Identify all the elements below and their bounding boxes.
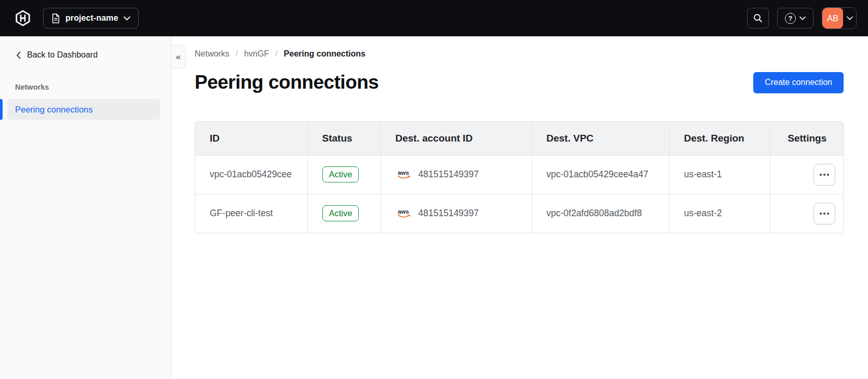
column-header-dest-region: Dest. Region bbox=[669, 122, 770, 155]
cell-id: GF-peer-cli-test bbox=[195, 194, 307, 233]
sidebar-collapse-button[interactable]: « bbox=[171, 45, 186, 69]
row-settings-button[interactable] bbox=[813, 203, 835, 224]
chevron-down-icon bbox=[124, 16, 130, 21]
active-indicator bbox=[0, 99, 3, 120]
aws-icon: aws bbox=[396, 169, 412, 180]
account-menu-button[interactable]: AB bbox=[822, 7, 857, 29]
project-switcher[interactable]: project-name bbox=[43, 8, 139, 29]
breadcrumb-separator: / bbox=[236, 49, 238, 59]
sidebar: Back to Dashboard Networks Peering conne… bbox=[0, 36, 171, 379]
cell-status: Active bbox=[307, 155, 381, 194]
breadcrumb-item-current: Peering connections bbox=[284, 49, 365, 59]
chevron-down-icon bbox=[799, 16, 806, 20]
column-header-settings: Settings bbox=[770, 122, 844, 155]
dest-account-id: 481515149397 bbox=[418, 169, 479, 180]
column-header-dest-vpc: Dest. VPC bbox=[532, 122, 669, 155]
svg-text:aws: aws bbox=[398, 208, 409, 215]
search-icon bbox=[753, 13, 763, 23]
create-connection-button[interactable]: Create connection bbox=[753, 72, 844, 93]
cell-dest-account: aws 481515149397 bbox=[381, 194, 532, 233]
back-to-dashboard-label: Back to Dashboard bbox=[27, 50, 98, 60]
cell-dest-vpc: vpc-01acb05429cee4a47 bbox=[532, 155, 669, 194]
cell-dest-vpc: vpc-0f2afd6808ad2bdf8 bbox=[532, 194, 669, 233]
cell-dest-region: us-east-1 bbox=[669, 155, 770, 194]
help-icon: ? bbox=[785, 13, 796, 24]
title-row: Peering connections Create connection bbox=[195, 72, 844, 93]
column-header-status: Status bbox=[307, 122, 381, 155]
column-header-id: ID bbox=[195, 122, 307, 155]
hashicorp-logo[interactable] bbox=[15, 9, 32, 27]
ellipsis-icon bbox=[820, 213, 822, 215]
table-body: vpc-01acb05429cee Active aws 48151514939… bbox=[195, 155, 844, 233]
cell-id: vpc-01acb05429cee bbox=[195, 155, 307, 194]
status-badge: Active bbox=[322, 166, 359, 183]
chevron-down-icon bbox=[843, 16, 856, 20]
project-switcher-label: project-name bbox=[65, 13, 118, 23]
document-icon bbox=[51, 13, 60, 23]
breadcrumb-item-hvn[interactable]: hvnGF bbox=[244, 49, 269, 59]
breadcrumb-separator: / bbox=[275, 49, 277, 59]
table-header-row: ID Status Dest. account ID Dest. VPC Des… bbox=[195, 122, 844, 155]
sidebar-section-networks: Networks bbox=[15, 83, 171, 91]
sidebar-item-peering-connections[interactable]: Peering connections bbox=[7, 99, 160, 120]
ellipsis-icon bbox=[820, 174, 822, 176]
cell-status: Active bbox=[307, 194, 381, 233]
peering-connections-table: ID Status Dest. account ID Dest. VPC Des… bbox=[195, 121, 844, 233]
breadcrumb: Networks / hvnGF / Peering connections bbox=[195, 36, 844, 59]
cell-dest-region: us-east-2 bbox=[669, 194, 770, 233]
column-header-dest-account-id: Dest. account ID bbox=[381, 122, 532, 155]
page-title: Peering connections bbox=[195, 72, 378, 93]
collapse-icon: « bbox=[176, 52, 181, 62]
search-button[interactable] bbox=[747, 8, 769, 29]
cell-settings bbox=[770, 194, 844, 233]
help-menu-button[interactable]: ? bbox=[777, 8, 813, 29]
app-window: project-name ? AB bbox=[0, 0, 868, 379]
sidebar-item-peering-connections-wrap: Peering connections bbox=[0, 99, 171, 120]
cell-settings bbox=[770, 155, 844, 194]
chevron-left-icon bbox=[16, 51, 21, 59]
dest-account-id: 481515149397 bbox=[418, 208, 479, 219]
back-to-dashboard-link[interactable]: Back to Dashboard bbox=[0, 36, 171, 60]
topbar: project-name ? AB bbox=[0, 0, 868, 36]
svg-text:aws: aws bbox=[398, 170, 409, 176]
main-canvas: Networks / hvnGF / Peering connections P… bbox=[171, 36, 868, 379]
row-settings-button[interactable] bbox=[813, 164, 835, 186]
avatar: AB bbox=[822, 8, 843, 29]
aws-icon: aws bbox=[396, 208, 412, 219]
main-area: Networks / hvnGF / Peering connections P… bbox=[171, 36, 868, 379]
breadcrumb-item-networks[interactable]: Networks bbox=[195, 49, 229, 59]
table-row: vpc-01acb05429cee Active aws 48151514939… bbox=[195, 155, 844, 194]
app-body: Back to Dashboard Networks Peering conne… bbox=[0, 36, 868, 379]
cell-dest-account: aws 481515149397 bbox=[381, 155, 532, 194]
status-badge: Active bbox=[322, 205, 359, 221]
table-row: GF-peer-cli-test Active aws 481515149397… bbox=[195, 194, 844, 233]
